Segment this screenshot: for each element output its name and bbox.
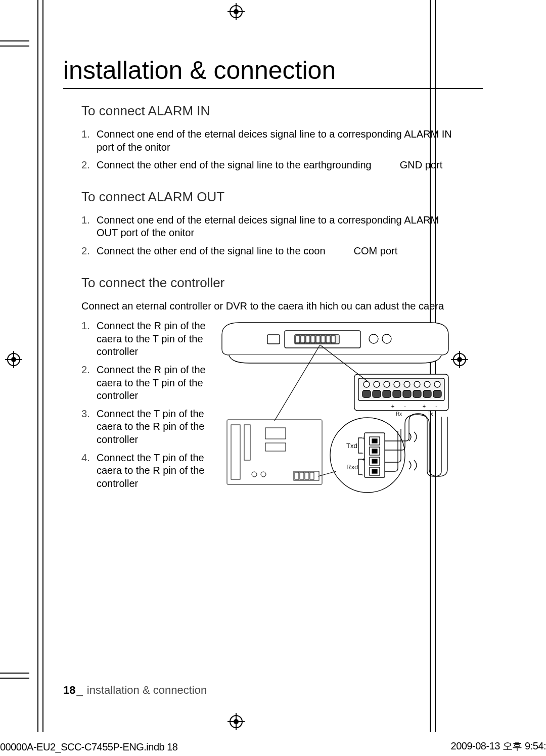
footer-section: installation & connection [87,684,207,696]
crop-mark [0,673,29,674]
subhead-alarm-in: To connect ALARM IN [81,103,452,119]
step: Connect the other end of the signal line… [81,245,452,258]
svg-point-37 [424,381,430,387]
print-timestamp: 2009-08-13 오후 9:54: [451,739,546,753]
label-plus: + [391,403,394,409]
step-text: Connect one end of the eternal deices si… [97,214,439,239]
svg-rect-24 [326,336,330,343]
svg-rect-23 [321,336,325,343]
svg-rect-68 [300,472,304,479]
page-footer: 18_ installation & connection [63,684,207,697]
step-text: Connect one end of the eternal deices si… [97,128,452,153]
svg-point-26 [369,334,378,343]
svg-rect-67 [295,472,299,479]
subhead-alarm-out: To connect ALARM OUT [81,189,452,205]
crop-mark [0,46,29,47]
svg-rect-65 [265,428,286,439]
step-text: Connect the R pin of the caera to the T … [97,320,206,357]
svg-point-27 [382,334,391,343]
svg-rect-56 [372,469,377,473]
svg-point-71 [252,472,257,477]
svg-rect-25 [331,336,335,343]
section-alarm-in: To connect ALARM IN Connect one end of t… [81,103,452,172]
registration-mark-icon [5,351,22,368]
step-text: Connect the T pin of the caera to the R … [97,452,204,489]
step: Connect the other end of the signal line… [81,159,452,172]
svg-point-34 [394,381,400,387]
svg-rect-39 [362,390,371,397]
controller-steps-col: Connect the R pin of the caera to the T … [81,320,208,502]
svg-text:-: - [362,451,363,456]
svg-rect-53 [372,439,377,443]
steps-alarm-in: Connect one end of the eternal deices si… [81,128,452,172]
svg-point-32 [374,381,380,387]
controller-two-column: Connect the R pin of the caera to the T … [81,320,452,502]
steps-alarm-out: Connect one end of the eternal deices si… [81,214,452,258]
svg-point-35 [404,381,410,387]
svg-rect-63 [244,425,250,460]
crop-mark [0,40,29,41]
controller-intro: Connect an eternal controller or DVR to … [81,300,452,313]
section-alarm-out: To connect ALARM OUT Connect one end of … [81,189,452,258]
svg-point-38 [434,381,440,387]
svg-rect-41 [383,390,391,397]
registration-mark-icon [228,713,245,730]
svg-rect-70 [310,472,314,479]
svg-text:-: - [362,472,363,477]
trim-line [37,0,38,732]
label-rxd: Rxd [346,463,358,471]
step-text: Connect the T pin of the caera to the R … [97,408,204,445]
trim-line [42,0,43,732]
svg-rect-42 [393,390,401,397]
svg-rect-30 [358,378,444,401]
section-controller: To connect the controller Connect an ete… [81,275,452,502]
step-text: Connect the R pin of the caera to the T … [97,364,206,401]
svg-rect-45 [423,390,431,397]
page: installation & connection To connect ALA… [0,0,546,756]
step-text: Connect the other end of the signal line… [97,159,372,170]
svg-rect-44 [413,390,421,397]
svg-rect-43 [403,390,411,397]
svg-rect-19 [301,336,305,343]
svg-rect-62 [231,425,240,479]
registration-mark-icon [228,3,245,20]
step: Connect one end of the eternal deices si… [81,214,452,240]
controller-diagram-col: + - + - Rx Tx [219,320,452,502]
page-title: installation & connection [63,56,483,89]
svg-point-31 [363,381,370,387]
svg-rect-28 [267,335,280,344]
label-plus: + [423,403,426,409]
svg-rect-22 [316,336,320,343]
svg-rect-46 [433,390,441,397]
svg-point-72 [261,472,266,477]
wiring-diagram: + - + - Rx Tx [219,320,451,502]
svg-rect-55 [372,459,377,463]
svg-rect-54 [372,449,377,453]
crop-mark [0,678,29,679]
label-minus: - [435,403,437,409]
content-area: installation & connection To connect ALA… [63,56,452,519]
step: Connect the T pin of the caera to the R … [81,452,208,491]
svg-rect-40 [373,390,381,397]
port-ref-gnd: GND port [400,159,442,172]
label-rx: Rx [396,411,402,417]
label-minus: - [404,403,406,409]
svg-text:+: + [362,457,365,462]
step: Connect the R pin of the caera to the T … [81,364,208,403]
step: Connect the R pin of the caera to the T … [81,320,208,359]
registration-mark-icon [451,351,468,368]
svg-rect-18 [296,336,300,343]
steps-controller: Connect the R pin of the caera to the T … [81,320,208,490]
port-ref-com: COM port [354,245,398,258]
svg-text:+: + [362,435,365,441]
step-text: Connect the other end of the signal line… [97,245,326,256]
footer-sep: _ [76,684,82,696]
page-number: 18 [63,684,75,696]
label-tx: Tx [427,411,433,417]
svg-point-33 [384,381,390,387]
svg-point-36 [414,381,420,387]
print-file-label: 00000A-EU2_SCC-C7455P-ENG.indb 18 [0,741,177,753]
label-txd: Txd [346,442,357,450]
subhead-controller: To connect the controller [81,275,452,291]
step: Connect one end of the eternal deices si… [81,128,452,154]
